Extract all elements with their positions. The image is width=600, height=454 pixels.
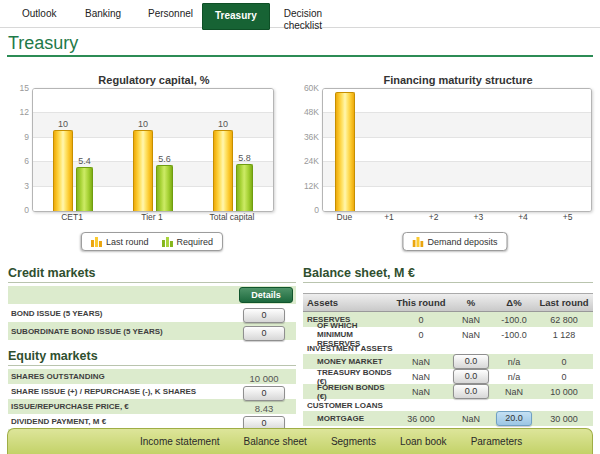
cell-last-round: 0 [535,372,593,382]
credit-markets-value-cell: 0 [235,322,293,341]
balance-sheet-row-of-which-minimum-reserves: OF WHICH MINIMUM RESERVES0NaN-100.01 128 [303,327,593,342]
category-slot-3 [457,89,502,211]
mini-bar-chart-icon [91,236,102,247]
bond-issue-5-years-input[interactable]: 0 [243,308,285,323]
money-market-input[interactable]: 0.0 [453,354,489,369]
cell-this-round: 36 000 [393,414,449,424]
details-button[interactable]: Details [239,287,293,303]
bar-last-round: 10 [213,130,233,211]
bar-value-label: 58.4K [334,88,358,91]
y-axis-tick: 12K [302,181,319,191]
cell-: 0.0 [449,354,493,369]
cell-this-round: 0 [393,330,449,340]
legend-label: Last round [106,237,149,247]
cell-value: 0 [418,330,423,340]
category-slot-total-capital: 105.8 [193,89,273,211]
cell-: n/a [493,357,535,367]
cell-: 0.0 [449,369,493,384]
cell-last-round: 62 800 [535,315,593,325]
credit-markets-value-cell: 0 [235,304,293,323]
equity-markets-label: ISSUE/REPURCHASE PRICE, € [11,402,235,411]
x-axis-label: Due [322,212,367,222]
cell-: NaN [449,414,493,424]
row-label: CUSTOMER LOANS [303,401,593,410]
balance-sheet-row-customer-loans: CUSTOMER LOANS [303,399,593,411]
balance-sheet-table: AssetsThis round%Δ%Last roundRESERVES0Na… [303,293,593,426]
tab-banking[interactable]: Banking [85,0,148,20]
cell-value: 0 [561,372,566,382]
x-axis-label: +4 [501,212,546,222]
chart-title: Regulatory capital, % [32,74,276,88]
y-axis-tick: 0 [18,205,29,215]
cell-value: NaN [412,372,430,382]
tab-outlook[interactable]: Outlook [22,0,85,20]
treasury-bonds-input[interactable]: 0.0 [453,369,489,384]
category-slot-2 [412,89,457,211]
bar-required: 5.4 [76,167,93,211]
y-axis-tick: 15 [18,83,29,93]
balance-sheet-row-foreign-bonds: FOREIGN BONDS (€)NaN0.0NaN10 000 [303,384,593,399]
row-label: MORTGAGE [303,414,393,423]
cell-: NaN [449,315,493,325]
bar-value-label: 10 [218,119,228,129]
footer-link-income-statement[interactable]: Income statement [140,436,219,447]
cell-value: 0 [561,357,566,367]
cell-value: 62 800 [550,315,578,325]
legend-regulatory-capital[interactable]: Last roundRequired [81,232,223,251]
cell-value: -100.0 [501,315,527,325]
y-axis-tick: 3 [18,181,29,191]
bar-value-label: 10 [58,119,68,129]
title-underline [7,55,593,57]
cell-last-round: 30 000 [535,414,593,424]
x-axis-label: +5 [545,212,590,222]
credit-markets-row: SUBORDINATE BOND ISSUE (5 YEARS)0 [8,322,296,340]
column-header-this-round: This round [393,297,449,308]
bar-value-label: 5.6 [158,154,171,164]
tab-treasury[interactable]: Treasury [202,3,270,30]
y-axis-tick: 24K [302,156,319,166]
row-label: INVESTMENT ASSETS [303,344,593,353]
credit-markets-row: BOND ISSUE (5 YEARS)0 [8,304,296,322]
legend-label: Demand deposits [427,237,497,247]
plot-wrap: 58.4K [302,88,594,210]
plot-area: 105.4105.6105.8 [32,88,274,212]
equity-markets-label: DIVIDEND PAYMENT, M € [11,417,235,426]
section-divider [8,282,296,283]
balance-sheet-header: AssetsThis round%Δ%Last round [303,293,593,312]
category-slot-1 [368,89,413,211]
details-row: Details [8,286,296,304]
mini-bar-chart-icon [412,236,423,247]
cell-: n/a [493,372,535,382]
cell-value: n/a [508,357,521,367]
plot-wrap: 105.4105.6105.8 [18,88,276,210]
footer-link-parameters[interactable]: Parameters [471,436,523,447]
bar-value-label: 5.8 [238,153,251,163]
foreign-bonds-input[interactable]: 0.0 [453,384,489,399]
chart-regulatory-capital: Regulatory capital, %105.4105.6105.80369… [18,74,276,224]
x-axis-labels: Due+1+2+3+4+5 [322,212,590,224]
mortgage-input[interactable]: 20.0 [496,411,532,426]
y-axis-tick: 6 [18,156,29,166]
row-label: MONEY MARKET [303,357,393,366]
category-slot-cet1: 105.4 [33,89,113,211]
column-header-assets: Assets [303,297,393,308]
footer-link-loan-book[interactable]: Loan book [400,436,447,447]
equity-markets-label: SHARE ISSUE (+) / REPURCHASE (-), K SHAR… [11,387,235,396]
tab-decision-checklist[interactable]: Decision checklist [284,0,347,31]
x-axis-label: +2 [411,212,456,222]
cell-value: 1 128 [553,330,576,340]
bar-demand-deposits: 58.4K [335,92,355,211]
cell-value: NaN [505,387,523,397]
legend-label: Required [177,237,214,247]
bar-last-round: 10 [133,130,153,211]
equity-markets-label: SHARES OUTSTANDING [11,372,235,381]
category-slot-due: 58.4K [323,89,368,211]
cell-value: NaN [462,315,480,325]
credit-markets-heading: Credit markets [8,266,296,280]
subordinate-bond-issue-5-years-input[interactable]: 0 [243,326,285,341]
legend-financing-maturity[interactable]: Demand deposits [402,232,507,251]
cell-value: 10 000 [550,387,578,397]
footer-link-balance-sheet[interactable]: Balance sheet [243,436,306,447]
y-axis-tick: 12 [18,107,29,117]
footer-link-segments[interactable]: Segments [331,436,376,447]
